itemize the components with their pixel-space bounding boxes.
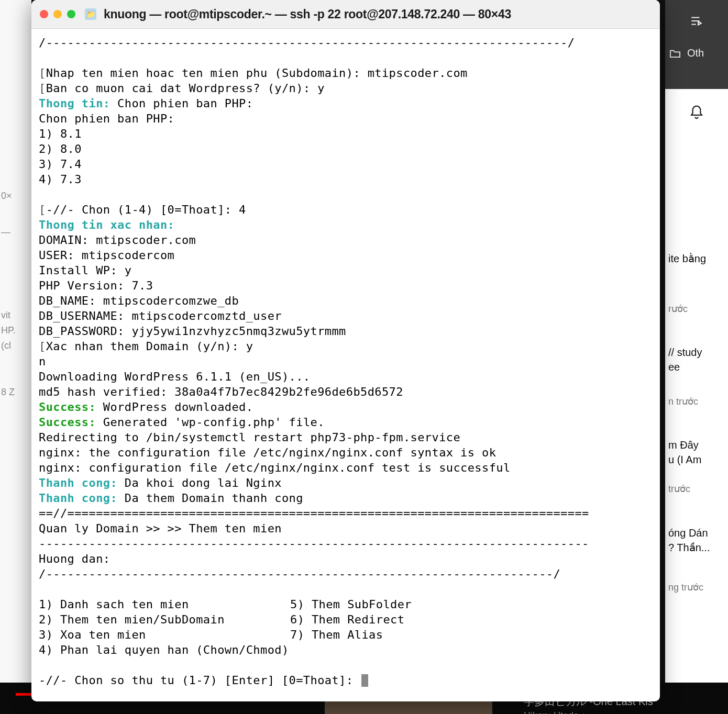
user-input: 4 bbox=[239, 203, 246, 216]
prompt-text: -//- Chon (1-4) [0=Thoat]: bbox=[46, 203, 239, 216]
confirm-line: DOMAIN: mtipscoder.com bbox=[39, 233, 196, 247]
video-title: u (I Am bbox=[668, 452, 725, 467]
video-item[interactable]: m Đây u (I Am trước bbox=[665, 411, 728, 499]
cursor bbox=[361, 674, 368, 687]
menu-option: 4) 7.3 bbox=[39, 173, 82, 186]
php-header: Chon phien ban PHP: bbox=[39, 112, 174, 125]
confirm-line: Install WP: y bbox=[39, 264, 131, 277]
prompt-text: Ban co muon cai dat Wordpress? (y/n): bbox=[46, 82, 318, 95]
menu-option: 7) Them Alias bbox=[290, 628, 383, 641]
output-line: md5 hash verified: 38a0a4f7b7ec8429b2fe9… bbox=[39, 385, 403, 398]
video-item[interactable]: ite bằng rước bbox=[665, 136, 728, 319]
bg-frag: (cl bbox=[0, 338, 31, 353]
youtube-sidebar-fragment: ite bằng rước // study ee n trước m Đây … bbox=[665, 89, 728, 714]
success-label: Success: bbox=[39, 416, 96, 429]
confirm-line: DB_PASSWORD: yjy5ywi1nzvhyzc5nmq3zwu5ytr… bbox=[39, 325, 346, 338]
other-bookmarks-label[interactable]: Oth bbox=[687, 47, 704, 59]
divider: /---------------------------------------… bbox=[39, 567, 560, 581]
menu-option: 1) Danh sach ten mien bbox=[39, 598, 189, 611]
prompt-text: Xac nhan them Domain (y/n): bbox=[46, 340, 246, 353]
menu-option: 1) 8.1 bbox=[39, 127, 82, 140]
video-meta: Hikaru Utada ♪ bbox=[524, 710, 586, 714]
window-title: knuong — root@mtipscoder.~ — ssh -p 22 r… bbox=[104, 7, 511, 21]
breadcrumb: Quan ly Domain >> >> Them ten mien bbox=[39, 522, 282, 535]
confirm-line: DB_NAME: mtipscodercomzwe_db bbox=[39, 294, 239, 307]
menu-option: 2) 8.0 bbox=[39, 142, 82, 155]
prompt-text: Nhap ten mien hoac ten mien phu (Subdoma… bbox=[46, 66, 368, 80]
folder-icon[interactable] bbox=[669, 49, 681, 58]
video-meta: ng trước bbox=[668, 555, 725, 594]
bg-frag: 0× bbox=[0, 188, 31, 204]
window-titlebar[interactable]: 📁 knuong — root@mtipscoder.~ — ssh -p 22… bbox=[31, 0, 660, 29]
bg-frag: — bbox=[0, 225, 31, 240]
bg-frag: vit bbox=[0, 308, 31, 323]
video-meta: rước bbox=[668, 266, 725, 316]
output-line: Da khoi dong lai Nginx bbox=[117, 476, 282, 489]
output-line: n bbox=[39, 355, 46, 368]
video-title: óng Dán bbox=[668, 526, 725, 540]
separator: ==//====================================… bbox=[39, 507, 589, 520]
video-item[interactable]: // study ee n trước bbox=[665, 319, 728, 411]
menu-option: 2) Them ten mien/SubDomain bbox=[39, 613, 225, 626]
video-item[interactable]: óng Dán ? Thần... ng trước bbox=[665, 499, 728, 597]
menu-option: 5) Them SubFolder bbox=[290, 598, 412, 611]
maximize-button[interactable] bbox=[67, 10, 75, 18]
success-label: Success: bbox=[39, 400, 96, 414]
info-label: Thong tin: bbox=[39, 97, 110, 110]
confirm-line: PHP Version: 7.3 bbox=[39, 279, 153, 292]
output-line: nginx: the configuration file /etc/nginx… bbox=[39, 446, 496, 459]
menu-option: 3) Xoa ten mien bbox=[39, 628, 146, 641]
background-left-fragments: 0× — vit HP. (cl 8 Z bbox=[0, 0, 31, 714]
menu-option: 4) Phan lai quyen han (Chown/Chmod) bbox=[39, 643, 289, 656]
user-input: y bbox=[317, 82, 325, 95]
bg-frag: HP. bbox=[0, 323, 31, 338]
confirm-label: Thong tin xac nhan: bbox=[39, 218, 174, 231]
queue-icon[interactable] bbox=[690, 15, 703, 27]
user-input: y bbox=[246, 340, 253, 353]
video-title: // study bbox=[668, 345, 725, 360]
video-meta: n trước bbox=[668, 374, 725, 408]
close-button[interactable] bbox=[40, 10, 48, 18]
info-text: Chon phien ban PHP: bbox=[110, 97, 253, 110]
browser-toolbar-fragment: Oth bbox=[665, 0, 728, 89]
video-title: m Đây bbox=[668, 438, 725, 452]
confirm-line: USER: mtipscodercom bbox=[39, 249, 174, 262]
output-line: Downloading WordPress 6.1.1 (en_US)... bbox=[39, 370, 311, 383]
prompt-text: -//- Chon so thu tu (1-7) [Enter] [0=Tho… bbox=[39, 674, 360, 687]
menu-option: 3) 7.4 bbox=[39, 158, 82, 171]
video-title: ee bbox=[668, 360, 725, 374]
minimize-button[interactable] bbox=[53, 10, 62, 18]
bg-frag: 8 Z bbox=[0, 385, 31, 400]
output-line: Da them Domain thanh cong bbox=[117, 492, 303, 505]
notifications-bell-icon[interactable] bbox=[689, 104, 704, 121]
success-label: Thanh cong: bbox=[39, 492, 117, 505]
menu-grid: 1) Danh sach ten mien 2) Them ten mien/S… bbox=[39, 597, 653, 657]
output-line: Generated 'wp-config.php' file. bbox=[96, 416, 325, 429]
separator: ----------------------------------------… bbox=[39, 537, 589, 550]
confirm-line: DB_USERNAME: mtipscodercomztd_user bbox=[39, 309, 282, 322]
divider: /---------------------------------------… bbox=[39, 36, 575, 49]
output-line: WordPress downloaded. bbox=[96, 400, 253, 414]
success-label: Thanh cong: bbox=[39, 476, 117, 489]
window-controls bbox=[40, 10, 75, 18]
terminal-window: 📁 knuong — root@mtipscoder.~ — ssh -p 22… bbox=[31, 0, 660, 701]
video-title: ite bằng bbox=[668, 251, 725, 266]
video-meta: trước bbox=[668, 467, 725, 496]
folder-icon: 📁 bbox=[85, 8, 96, 20]
terminal-output[interactable]: /---------------------------------------… bbox=[31, 29, 660, 701]
output-line: Redirecting to /bin/systemctl restart ph… bbox=[39, 431, 460, 444]
user-input: mtipscoder.com bbox=[368, 66, 468, 80]
output-line: nginx: configuration file /etc/nginx/ngi… bbox=[39, 461, 511, 474]
video-title: ? Thần... bbox=[668, 540, 725, 555]
help-label: Huong dan: bbox=[39, 552, 110, 565]
menu-option: 6) Them Redirect bbox=[290, 613, 404, 626]
